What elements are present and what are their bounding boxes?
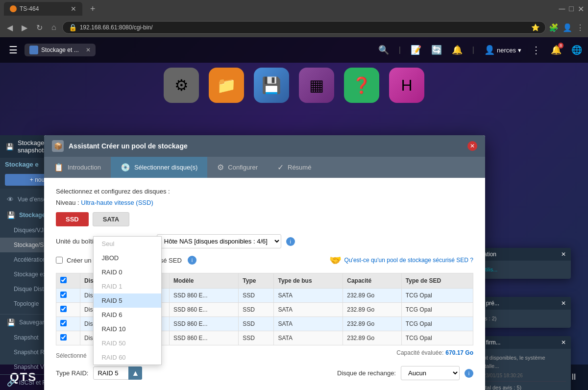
- dialog-close-button[interactable]: ✕: [467, 141, 477, 151]
- taskbar-app-icon: [29, 46, 38, 54]
- dialog-title: Assistant Créer un pool de stockage: [69, 142, 463, 150]
- raid-dropdown-arrow[interactable]: ▲: [128, 366, 142, 380]
- sidebar-item-storage-label: Stockage: [19, 212, 45, 219]
- disk-row-1-checkbox[interactable]: [60, 292, 67, 298]
- app-icon-2[interactable]: 📁: [209, 68, 244, 103]
- app-icon-4[interactable]: ▦: [299, 68, 334, 103]
- address-bar[interactable]: 🔒 192.168.68.61:8080/cgi-bin/ ⭐: [62, 21, 546, 34]
- dialog-title-icon: 📦: [52, 140, 64, 152]
- profile-icon[interactable]: 👤: [563, 23, 572, 32]
- disk-row-2-capacity: 232.89 Go: [343, 303, 401, 317]
- tab-close[interactable]: ✕: [71, 5, 76, 13]
- app-icon-3[interactable]: 💾: [254, 68, 289, 103]
- taskbar-app-label: Stockage et ...: [41, 47, 79, 53]
- search-icon[interactable]: 🔍: [378, 45, 389, 55]
- dropdown-item-raid10[interactable]: RAID 10: [94, 322, 161, 336]
- spare-info-icon[interactable]: i: [465, 369, 473, 378]
- file-manager-icon[interactable]: 📝: [411, 45, 421, 55]
- settings-icon[interactable]: 🌐: [571, 45, 582, 55]
- disk-row-3-capacity: 232.89 Go: [343, 317, 401, 331]
- dropdown-item-raid0[interactable]: RAID 0: [94, 265, 161, 279]
- dropdown-item-raid60: RAID 60: [94, 350, 161, 365]
- raid-type-label: Type RAID:: [56, 369, 88, 377]
- disk-row-3-checkbox[interactable]: [60, 320, 67, 326]
- notif-3-content: sont disponibles, le système installe...…: [473, 349, 571, 390]
- sed-link-icon: 🤝: [329, 254, 342, 266]
- sed-info-icon[interactable]: i: [188, 256, 196, 265]
- browser-tab[interactable]: TS-464 ✕: [4, 2, 82, 16]
- dropdown-item-jbod[interactable]: JBOD: [94, 251, 161, 265]
- app-icon-1[interactable]: ⚙: [164, 68, 199, 103]
- forward-button[interactable]: ▶: [19, 21, 30, 34]
- sidebar-item-topology-label: Topologie: [14, 300, 39, 307]
- step-disk-label: Sélectionner disque(s): [134, 164, 197, 171]
- disk-row-1-sed: TCG Opal: [401, 289, 473, 303]
- notif-window-1: allation ✕ à utilis...: [473, 248, 571, 279]
- disk-row-2-modele: SSD 860 E...: [170, 303, 239, 317]
- taskbar-menu-button[interactable]: ☰: [6, 41, 21, 59]
- more-options-icon[interactable]: ⋮: [531, 44, 541, 56]
- level-link[interactable]: Ultra-haute vitesse (SSD): [81, 199, 153, 206]
- window-close[interactable]: ✕: [578, 4, 584, 14]
- app-icon-6[interactable]: H: [389, 68, 424, 103]
- user-icon: 👤: [484, 45, 495, 55]
- notif-3-title: du firm... ✕: [473, 336, 571, 349]
- bell-icon[interactable]: 🔔: [452, 45, 463, 55]
- new-tab-button[interactable]: +: [86, 4, 99, 14]
- overview-icon: 👁: [7, 195, 14, 203]
- wizard-step-introduction[interactable]: 📋 Introduction: [44, 157, 111, 178]
- disk-row-3-type: SSD: [239, 317, 274, 331]
- main-dialog: 📦 Assistant Créer un pool de stockage ✕ …: [44, 135, 485, 390]
- sed-checkbox[interactable]: [56, 257, 63, 264]
- sata-button[interactable]: SATA: [93, 212, 129, 226]
- disk-row-1-type: SSD: [239, 289, 274, 303]
- window-minimize[interactable]: ─: [559, 4, 565, 14]
- capacity-label: Capacité évaluée:: [396, 349, 443, 356]
- refresh-icon[interactable]: 🔄: [431, 45, 442, 55]
- raid-dropdown-menu: Seul JBOD RAID 0 RAID 1 RAID 5 RAID 6 RA…: [93, 236, 162, 365]
- disk-row-2-checkbox[interactable]: [60, 306, 67, 312]
- notifications-icon[interactable]: 🔔 8: [551, 45, 562, 55]
- disk-row-1-capacity: 232.89 Go: [343, 289, 401, 303]
- dropdown-item-raid50: RAID 50: [94, 336, 161, 350]
- col-header-modele: Modèle: [170, 273, 239, 289]
- window-maximize[interactable]: □: [569, 4, 574, 13]
- spare-select[interactable]: Aucun: [401, 366, 460, 380]
- notif-2-close[interactable]: ✕: [561, 300, 566, 307]
- step-disk-icon: 💿: [121, 163, 130, 172]
- app-icon-5[interactable]: ❓: [344, 68, 379, 103]
- disk-row-4-checkbox[interactable]: [60, 334, 67, 341]
- user-button[interactable]: 👤 nerces ▾: [484, 45, 521, 55]
- back-button[interactable]: ◀: [4, 21, 16, 34]
- menu-icon[interactable]: ⋮: [576, 23, 584, 32]
- host-select[interactable]: Hôte NAS [disques disponibles : 4/6]: [157, 234, 281, 248]
- col-header-checkbox: [56, 273, 80, 289]
- notif-1-content: à utilis...: [473, 261, 571, 279]
- select-all-checkbox[interactable]: [60, 277, 67, 283]
- wizard-step-summary[interactable]: ✓ Résumé: [268, 157, 321, 178]
- ssd-button[interactable]: SSD: [56, 212, 89, 226]
- section-label: Sélectionnez et configurez des disques :: [56, 188, 473, 195]
- dropdown-item-raid6[interactable]: RAID 6: [94, 308, 161, 322]
- spare-label: Disque de rechange:: [337, 369, 396, 377]
- wizard-step-select-disk[interactable]: 💿 Sélectionner disque(s): [111, 157, 207, 178]
- extensions-icon[interactable]: 🧩: [549, 23, 559, 32]
- disk-row-2-bus: SATA: [274, 303, 343, 317]
- user-name: nerces: [497, 47, 516, 54]
- disk-row-3-modele: SSD 860 E...: [170, 317, 239, 331]
- disk-row-4-bus: SATA: [274, 331, 343, 345]
- sed-link[interactable]: Qu'est-ce qu'un pool de stockage sécuris…: [344, 257, 473, 264]
- home-button[interactable]: ⌂: [49, 21, 59, 34]
- dropdown-item-raid5[interactable]: RAID 5: [94, 293, 161, 308]
- taskbar-app-storage[interactable]: Stockage et ... ✕: [24, 44, 96, 56]
- dropdown-item-seul: Seul: [94, 237, 161, 251]
- browser-toolbar: ◀ ▶ ↻ ⌂ 🔒 192.168.68.61:8080/cgi-bin/ ⭐ …: [0, 18, 588, 37]
- host-info-icon[interactable]: i: [286, 237, 295, 246]
- disk-row-3-bus: SATA: [274, 317, 343, 331]
- notif-3-close[interactable]: ✕: [561, 339, 566, 346]
- sidebar-subtitle-label: Stockage e: [5, 161, 39, 168]
- wizard-step-configure[interactable]: ⚙ Configurer: [207, 157, 268, 178]
- reload-button[interactable]: ↻: [33, 21, 46, 34]
- taskbar-app-close[interactable]: ✕: [86, 47, 91, 53]
- notif-1-close[interactable]: ✕: [561, 251, 566, 258]
